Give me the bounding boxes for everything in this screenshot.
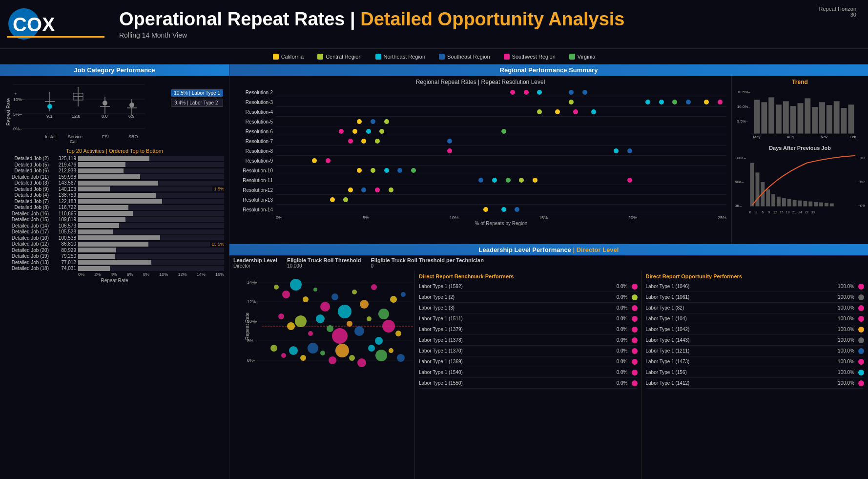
svg-rect-63: [766, 189, 770, 207]
resolution-row: Resolution-2: [234, 87, 726, 97]
bench-name: Labor Type 1 (1550): [419, 380, 608, 386]
bar-fill: [78, 193, 156, 198]
resolution-row: Resolution-12: [234, 185, 726, 195]
res-dot: [582, 90, 587, 95]
bar-label: Detailed Job (4): [5, 192, 51, 198]
bar-track: [78, 193, 224, 198]
bar-label: Detailed Job (14): [5, 223, 51, 229]
svg-rect-70: [803, 201, 807, 207]
res-track: [276, 166, 726, 175]
svg-point-113: [287, 322, 295, 330]
res-dot: [501, 207, 506, 212]
bar-row: Detailed Job (7) 122,183: [5, 199, 224, 204]
bar-track: [78, 223, 224, 228]
res-label: Resolution-6: [234, 129, 276, 134]
callout-2: 9.4% | Labor Type 2: [171, 99, 223, 107]
opp-name: Labor Type 1 (1061): [646, 294, 835, 300]
svg-text:9: 9: [768, 210, 770, 214]
benchmark-row: Labor Type 1 (1379) 0.0%: [419, 324, 638, 335]
svg-text:0K–: 0K–: [735, 204, 742, 208]
dot-chart-title: Regional Repeat Rates | Repeat Resolutio…: [234, 79, 726, 85]
opportunity-row: Labor Type 1 (1042) 100.0%: [646, 324, 865, 335]
svg-point-101: [303, 296, 309, 302]
bar-value: 106,573: [51, 223, 78, 229]
bar-fill: [78, 260, 151, 265]
leader-meta-item: Eligible Truck Roll Threshold10,000: [287, 257, 361, 269]
svg-point-108: [371, 284, 377, 290]
res-label: Resolution-4: [234, 109, 276, 115]
opportunity-row: Labor Type 1 (156) 100.0%: [646, 367, 865, 378]
res-label: Resolution-13: [234, 197, 276, 203]
bar-fill: [78, 162, 125, 167]
svg-point-119: [347, 321, 352, 327]
bar-value: 74,031: [51, 266, 78, 271]
opp-val: 100.0%: [834, 348, 856, 354]
svg-point-134: [357, 358, 366, 367]
res-dot: [537, 90, 542, 95]
bar-label: Detailed Job (15): [5, 217, 51, 222]
dotplot-chart: 10%– 5%– 0%– 9.1 +: [13, 80, 145, 143]
bar-row: Detailed Job (8) 116,722: [5, 205, 224, 210]
bar-value: 219,476: [51, 162, 78, 167]
res-x-axis: 0%5%10%15%20%25%: [276, 215, 726, 220]
svg-point-118: [332, 328, 348, 344]
benchmark-row: Labor Type 1 (2) 0.0%: [419, 292, 638, 303]
svg-rect-49: [848, 104, 854, 133]
bar-label: Detailed Job (17): [5, 229, 51, 234]
legend-item-california: California: [273, 54, 304, 60]
leader-meta-item: Eligible Truck Roll Threshold per Techni…: [371, 257, 483, 269]
leader-meta-item: Leadership LevelDirector: [233, 257, 277, 269]
bar-label: Detailed Job (5): [5, 162, 51, 167]
svg-point-99: [282, 291, 290, 298]
svg-point-22: [103, 101, 107, 105]
res-dot: [384, 168, 389, 173]
opportunity-row: Labor Type 1 (1211) 100.0%: [646, 346, 865, 356]
svg-rect-74: [825, 203, 828, 207]
legend-dot: [439, 54, 445, 60]
bar-fill: [78, 248, 116, 252]
opp-name: Labor Type 1 (1211): [646, 348, 835, 354]
res-dot: [375, 187, 380, 192]
svg-text:FSI: FSI: [102, 134, 109, 139]
bar-track: [78, 235, 224, 240]
res-dot: [672, 100, 677, 104]
res-dot: [704, 100, 709, 104]
bar-row: Detailed Job (6) 212,938: [5, 168, 224, 173]
bench-name: Labor Type 1 (1369): [419, 359, 608, 364]
right-panel: Regional Performance Summary Regional Re…: [229, 64, 868, 479]
svg-text:SRO: SRO: [128, 134, 138, 139]
bar-value: 86,810: [51, 241, 78, 247]
svg-text:9.5%–: 9.5%–: [737, 119, 748, 124]
trend-chart: 10.5%– 10.0%– 9.5%–: [735, 87, 865, 141]
y-axis-label: Repeat Rate: [6, 98, 11, 125]
svg-point-127: [289, 346, 298, 355]
res-dot: [371, 168, 375, 173]
bar-fill: [78, 266, 110, 271]
bar-value: 325,119: [51, 156, 78, 161]
svg-point-128: [300, 355, 306, 361]
bar-value: 105,528: [51, 229, 78, 234]
leader-meta: Leadership LevelDirectorEligible Truck R…: [229, 255, 868, 271]
res-track: [276, 146, 726, 156]
legend-item-central-region: Central Region: [317, 54, 361, 60]
opportunity-row: Labor Type 1 (1046) 100.0%: [646, 281, 865, 292]
bar-track: [78, 248, 224, 252]
bar-row: Detailed Job (17) 105,528: [5, 229, 224, 234]
bar-row: Detailed Job (5) 219,476: [5, 162, 224, 167]
res-dot: [569, 100, 574, 104]
res-dot: [591, 109, 596, 114]
regional-section: Regional Repeat Rates | Repeat Resolutio…: [229, 76, 868, 244]
legend-dot: [317, 54, 323, 60]
days-title: Days After Previous Job: [735, 145, 865, 151]
bench-val: 0.0%: [608, 294, 630, 300]
bar-row: Detailed Job (18) 74,031: [5, 266, 224, 271]
svg-rect-73: [819, 203, 823, 207]
res-track: [276, 126, 726, 136]
bar-row: Detailed Job (11) 159,998: [5, 174, 224, 180]
svg-point-106: [352, 290, 357, 294]
res-dot: [555, 109, 560, 114]
res-dot: [573, 109, 578, 114]
res-track: [276, 107, 726, 117]
bar-value: 109,819: [51, 217, 78, 222]
bar-value: 116,722: [51, 205, 78, 210]
